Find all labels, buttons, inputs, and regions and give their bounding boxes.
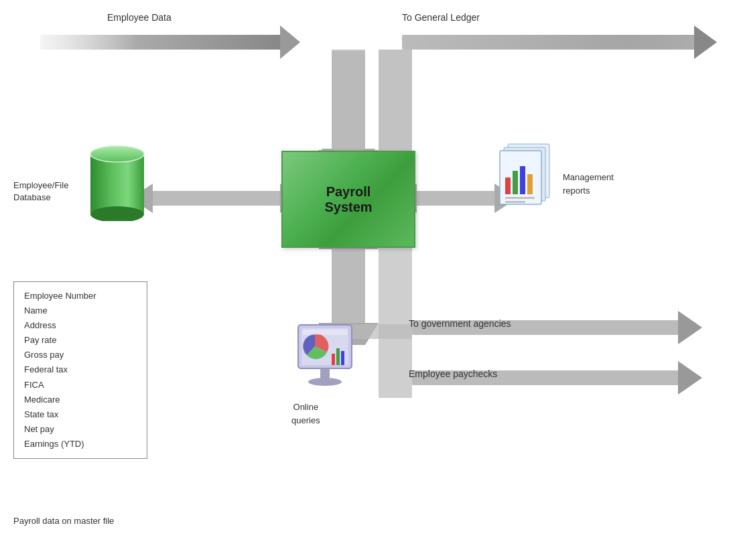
info-box-item: Gross pay bbox=[24, 348, 137, 362]
svg-rect-9 bbox=[415, 191, 496, 206]
info-box-item: Pay rate bbox=[24, 333, 137, 348]
info-box-item: Employee Number bbox=[24, 289, 137, 303]
employee-data-label: Employee Data bbox=[107, 12, 172, 23]
info-box: Employee NumberNameAddressPay rateGross … bbox=[13, 281, 147, 459]
svg-rect-0 bbox=[40, 35, 281, 50]
database-icon bbox=[87, 141, 147, 221]
online-line2: queries bbox=[291, 415, 320, 425]
diagram: Payroll System Employee Data To General … bbox=[0, 0, 737, 560]
svg-point-44 bbox=[308, 378, 342, 386]
svg-rect-6 bbox=[151, 191, 281, 206]
online-queries-label: Online queries bbox=[291, 401, 320, 427]
info-box-item: Address bbox=[24, 318, 137, 333]
info-box-item: FICA bbox=[24, 378, 137, 393]
svg-rect-40 bbox=[332, 354, 335, 365]
svg-rect-31 bbox=[505, 178, 511, 194]
svg-marker-3 bbox=[694, 25, 717, 59]
svg-rect-24 bbox=[90, 154, 144, 214]
svg-rect-35 bbox=[505, 197, 535, 199]
db-line2: Database bbox=[13, 192, 51, 202]
info-box-item: Net pay bbox=[24, 422, 137, 437]
online-queries-icon bbox=[295, 322, 362, 395]
svg-rect-12 bbox=[332, 248, 365, 325]
svg-rect-2 bbox=[402, 35, 697, 50]
svg-rect-41 bbox=[336, 348, 340, 365]
svg-rect-36 bbox=[505, 201, 525, 203]
gov-agencies-label: To government agencies bbox=[409, 318, 511, 329]
db-line1: Employee/File bbox=[13, 180, 68, 190]
svg-rect-4 bbox=[332, 51, 365, 151]
payroll-system-label: Payroll System bbox=[324, 184, 372, 215]
online-line1: Online bbox=[293, 402, 319, 412]
general-ledger-label: To General Ledger bbox=[402, 12, 480, 23]
info-box-item: Medicare bbox=[24, 393, 137, 407]
management-reports-label: Management reports bbox=[563, 171, 614, 197]
svg-rect-42 bbox=[341, 351, 344, 365]
svg-rect-23 bbox=[379, 50, 412, 153]
mgmt-line1: Management bbox=[563, 172, 614, 182]
svg-marker-17 bbox=[678, 311, 702, 344]
svg-rect-32 bbox=[513, 171, 518, 194]
payroll-line2: System bbox=[324, 200, 372, 214]
info-box-item: Name bbox=[24, 303, 137, 318]
database-label: Employee/File Database bbox=[13, 180, 68, 204]
info-box-item: Earnings (YTD) bbox=[24, 437, 137, 451]
arrows-svg bbox=[0, 0, 737, 560]
mgmt-line2: reports bbox=[563, 186, 590, 196]
svg-rect-34 bbox=[527, 174, 533, 194]
payroll-system-box: Payroll System bbox=[281, 151, 415, 248]
svg-rect-21 bbox=[332, 50, 365, 153]
svg-rect-33 bbox=[520, 166, 525, 194]
payroll-data-label: Payroll data on master file bbox=[13, 516, 114, 526]
payroll-line1: Payroll bbox=[326, 184, 371, 199]
info-box-item: Federal tax bbox=[24, 362, 137, 377]
svg-rect-45 bbox=[303, 330, 347, 335]
management-reports-icon bbox=[496, 141, 556, 208]
svg-marker-1 bbox=[280, 25, 300, 59]
info-box-item: State tax bbox=[24, 407, 137, 422]
employee-paychecks-label: Employee paychecks bbox=[409, 368, 497, 379]
svg-marker-19 bbox=[678, 361, 702, 395]
